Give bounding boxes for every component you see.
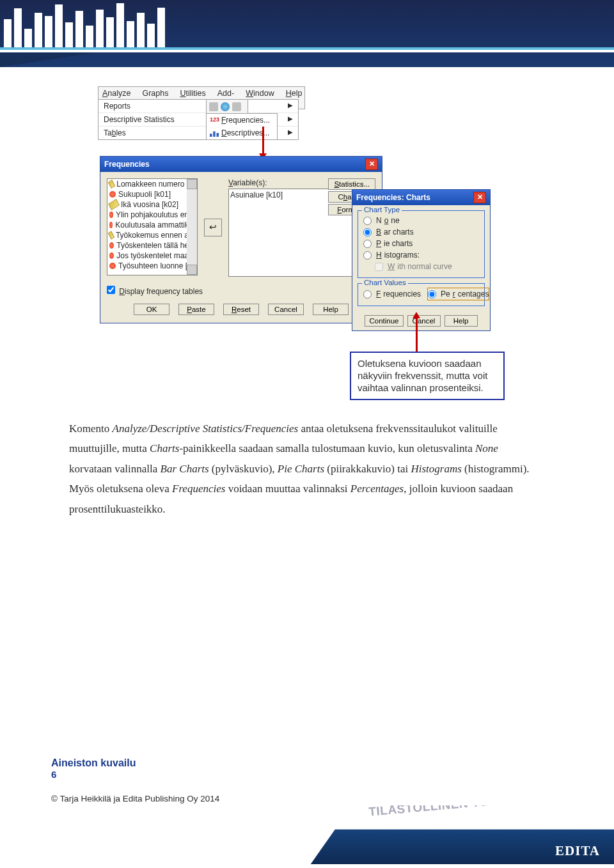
header-band	[0, 0, 614, 67]
header-bars-decor	[0, 0, 165, 48]
